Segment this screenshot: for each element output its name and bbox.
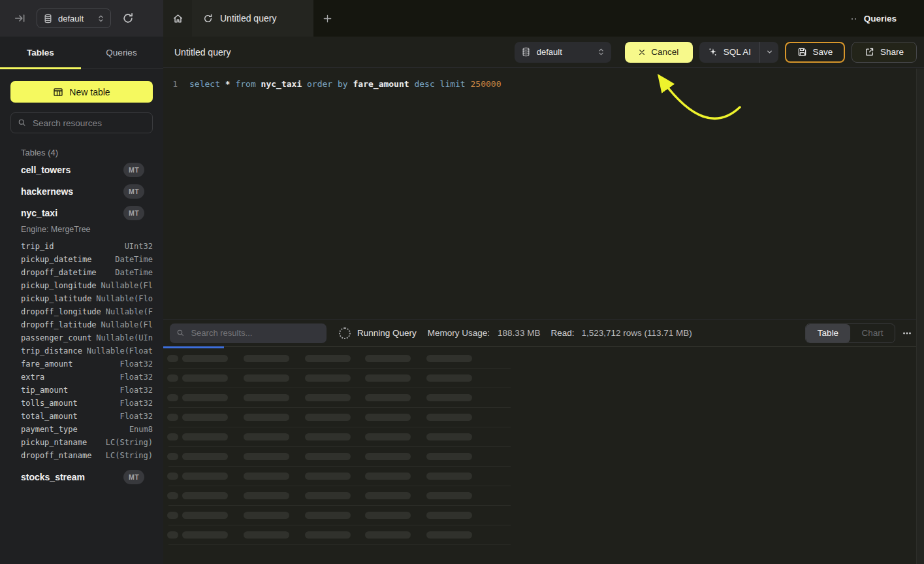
skeleton-pills bbox=[167, 374, 511, 382]
skeleton-cell bbox=[365, 512, 411, 519]
skeleton-pills bbox=[167, 433, 511, 440]
query-database-selector[interactable]: default bbox=[515, 42, 611, 63]
skeleton-pills bbox=[167, 355, 511, 362]
skeleton-cell bbox=[167, 453, 178, 460]
skeleton-cell bbox=[244, 394, 289, 401]
more-menu-icon[interactable] bbox=[902, 328, 912, 339]
sql-token: * bbox=[225, 79, 236, 89]
column-name: dropoff_ntaname bbox=[21, 451, 91, 460]
skeleton-cell bbox=[365, 394, 411, 401]
skeleton-cell bbox=[182, 473, 228, 480]
column-type: Float32 bbox=[119, 386, 153, 395]
table-row-nyc_taxi[interactable]: nyc_taxiMT bbox=[21, 205, 153, 222]
query-status: Running Query bbox=[357, 328, 417, 338]
results-skeleton bbox=[167, 355, 511, 551]
loading-spinner-icon bbox=[339, 327, 351, 339]
save-button[interactable]: Save bbox=[785, 42, 845, 63]
engine-info: Engine: MergeTree bbox=[21, 224, 153, 235]
tab-tables[interactable]: Tables bbox=[0, 37, 81, 68]
sql-editor[interactable]: 1 select * from nyc_taxi order by fare_a… bbox=[163, 69, 917, 319]
home-button[interactable] bbox=[163, 0, 192, 37]
skeleton-cell bbox=[305, 355, 351, 362]
column-name: dropoff_datetime bbox=[21, 268, 97, 277]
column-type: DateTime bbox=[115, 268, 153, 277]
column-name: fare_amount bbox=[21, 359, 72, 369]
sql-token: from bbox=[235, 79, 261, 89]
memory-usage-label: Memory Usage: bbox=[428, 328, 490, 338]
skeleton-cell bbox=[365, 453, 411, 460]
sql-ai-button[interactable]: SQL AI bbox=[699, 42, 778, 63]
sql-ai-dropdown[interactable] bbox=[759, 42, 778, 63]
column-name: total_amount bbox=[21, 412, 78, 421]
resource-search-input[interactable] bbox=[31, 118, 146, 129]
skeleton-cell bbox=[365, 414, 411, 421]
sql-code[interactable]: select * from nyc_taxi order by fare_amo… bbox=[189, 78, 501, 90]
close-icon bbox=[639, 49, 645, 56]
tables-section-label: Tables (4) bbox=[21, 148, 153, 158]
skeleton-row bbox=[167, 374, 511, 394]
chevron-down-icon bbox=[766, 48, 773, 56]
queries-link[interactable]: Queries bbox=[850, 0, 924, 37]
skeleton-cell bbox=[426, 512, 472, 519]
skeleton-cell bbox=[244, 492, 289, 499]
skeleton-cell bbox=[167, 512, 178, 519]
read-label: Read: bbox=[550, 328, 574, 338]
skeleton-row bbox=[167, 492, 511, 512]
queries-label: Queries bbox=[864, 14, 897, 24]
tab-untitled-query[interactable]: Untitled query bbox=[192, 0, 313, 37]
column-name: pickup_longitude bbox=[21, 281, 97, 290]
new-table-button[interactable]: New table bbox=[10, 81, 153, 103]
column-name: trip_distance bbox=[21, 346, 82, 356]
skeleton-cell bbox=[244, 433, 289, 440]
column-name: tip_amount bbox=[21, 386, 68, 395]
column-name: pickup_datetime bbox=[21, 255, 91, 264]
results-search[interactable] bbox=[170, 323, 327, 343]
database-selector-value: default bbox=[58, 14, 84, 24]
code-line[interactable]: 1 select * from nyc_taxi order by fare_a… bbox=[163, 69, 917, 90]
column-row: passenger_countNullable(UIn bbox=[21, 331, 153, 344]
scrollbar-track[interactable] bbox=[916, 69, 924, 564]
skeleton-cell bbox=[167, 433, 178, 440]
engine-badge: MT bbox=[123, 163, 144, 177]
query-database-value: default bbox=[537, 47, 562, 57]
skeleton-cell bbox=[426, 531, 472, 539]
toggle-table[interactable]: Table bbox=[806, 324, 850, 342]
skeleton-cell bbox=[182, 355, 228, 362]
skeleton-cell bbox=[182, 433, 228, 440]
resource-search[interactable] bbox=[10, 112, 153, 133]
sql-ai-label: SQL AI bbox=[724, 47, 751, 57]
sidebar-body: New table Tables (4) cell_towersMThacker… bbox=[0, 69, 163, 486]
tab-title: Untitled query bbox=[220, 13, 276, 24]
skeleton-cell bbox=[426, 394, 472, 401]
refresh-icon[interactable] bbox=[122, 12, 134, 24]
share-button[interactable]: Share bbox=[852, 42, 917, 63]
skeleton-cell bbox=[426, 374, 472, 382]
tab-queries[interactable]: Queries bbox=[81, 37, 162, 68]
collapse-sidebar-icon[interactable] bbox=[14, 12, 26, 24]
skeleton-cell bbox=[365, 355, 411, 362]
skeleton-cell bbox=[182, 492, 228, 499]
column-row: tolls_amountFloat32 bbox=[21, 397, 153, 410]
sql-ai-main[interactable]: SQL AI bbox=[699, 42, 759, 63]
new-tab-button[interactable] bbox=[313, 0, 341, 37]
top-bar-left: default bbox=[0, 0, 163, 37]
skeleton-row bbox=[167, 414, 511, 433]
column-row: pickup_datetimeDateTime bbox=[21, 253, 153, 266]
skeleton-cell bbox=[305, 492, 351, 499]
skeleton-pills bbox=[167, 492, 511, 499]
toggle-chart[interactable]: Chart bbox=[850, 324, 895, 342]
database-icon bbox=[43, 14, 53, 24]
query-header: Untitled query default Cancel bbox=[163, 37, 924, 68]
skeleton-cell bbox=[182, 512, 228, 519]
column-type: Nullable(Fl bbox=[101, 320, 153, 329]
table-row-hackernews[interactable]: hackernewsMT bbox=[21, 183, 153, 200]
table-row-stocks_stream[interactable]: stocks_streamMT bbox=[21, 469, 153, 486]
results-search-input[interactable] bbox=[189, 327, 320, 339]
table-row-cell_towers[interactable]: cell_towersMT bbox=[21, 161, 153, 178]
database-selector[interactable]: default bbox=[37, 8, 111, 28]
skeleton-row bbox=[167, 355, 511, 374]
skeleton-cell bbox=[244, 473, 289, 480]
query-running-icon bbox=[203, 14, 213, 24]
cancel-button[interactable]: Cancel bbox=[625, 42, 693, 63]
skeleton-pills bbox=[167, 512, 511, 519]
